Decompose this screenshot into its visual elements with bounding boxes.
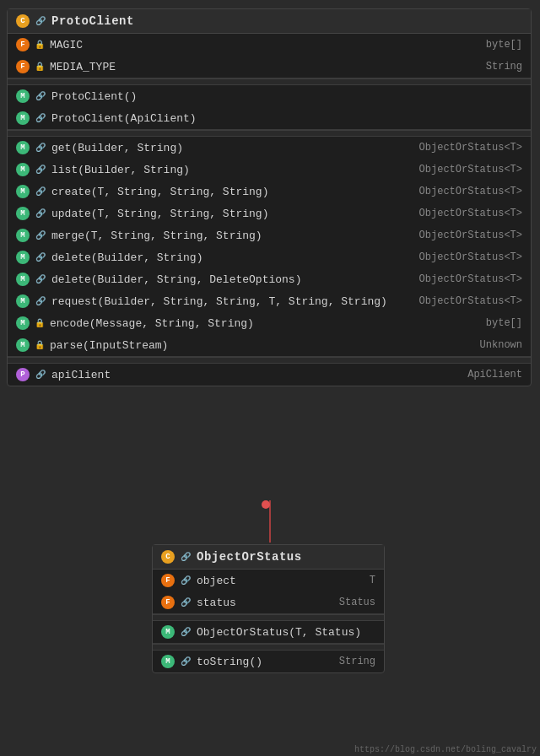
protoclient-card: C 🔗 ProtoClient F 🔒 MAGIC byte[] F 🔒 MED…	[7, 8, 532, 386]
method-parse-badge: M	[16, 338, 30, 352]
objectorstatus-fields-section: F 🔗 object T F 🔗 status Status	[153, 570, 384, 614]
oos-field-object[interactable]: F 🔗 object T	[153, 570, 384, 591]
oos-field-object-badge: F	[161, 574, 175, 587]
protoclient-constructors-section: M 🔗 ProtoClient() M 🔗 ProtoClient(ApiCli…	[8, 85, 531, 130]
method-delete2[interactable]: M 🔗 delete(Builder, String, DeleteOption…	[8, 268, 531, 290]
field-media-type-type: String	[486, 61, 522, 73]
field-media-type-badge: F	[16, 60, 30, 73]
method-update-link: 🔗	[35, 208, 46, 219]
method-get-link: 🔗	[35, 142, 46, 154]
method-delete1-link: 🔗	[35, 251, 46, 263]
method-request-link: 🔗	[35, 295, 46, 307]
method-merge-badge: M	[16, 229, 30, 242]
protoclient-properties-section: P 🔗 apiClient ApiClient	[8, 364, 531, 386]
oos-constructor-link: 🔗	[180, 626, 192, 638]
field-media-type[interactable]: F 🔒 MEDIA_TYPE String	[8, 56, 531, 78]
method-request-type: ObjectOrStatus<T>	[419, 295, 522, 307]
constructor-apiclient-link: 🔗	[35, 112, 46, 124]
method-parse-type: Unknown	[480, 339, 522, 351]
method-delete1-badge: M	[16, 251, 30, 264]
field-magic[interactable]: F 🔒 MAGIC byte[]	[8, 34, 531, 56]
objectorstatus-card: C 🔗 ObjectOrStatus F 🔗 object T F 🔗 stat…	[152, 544, 385, 673]
divider-1	[8, 78, 531, 85]
oos-constructor[interactable]: M 🔗 ObjectOrStatus(T, Status)	[153, 621, 384, 643]
objectorstatus-class-badge: C	[161, 550, 175, 564]
method-list-name: list(Builder, String)	[51, 164, 414, 176]
field-magic-badge: F	[16, 38, 30, 51]
oos-field-status-type: Status	[339, 597, 375, 608]
constructor-no-arg-badge: M	[16, 89, 30, 103]
method-get-badge: M	[16, 141, 30, 154]
method-list[interactable]: M 🔗 list(Builder, String) ObjectOrStatus…	[8, 159, 531, 181]
watermark: https://blog.csdn.net/boling_cavalry	[354, 745, 537, 754]
method-merge[interactable]: M 🔗 merge(T, String, String, String) Obj…	[8, 224, 531, 246]
connection-dot	[262, 500, 270, 509]
oos-constructor-badge: M	[161, 625, 175, 639]
constructor-apiclient[interactable]: M 🔗 ProtoClient(ApiClient)	[8, 107, 531, 129]
protoclient-title: ProtoClient	[51, 14, 134, 28]
method-list-badge: M	[16, 163, 30, 176]
oos-field-status[interactable]: F 🔗 status Status	[153, 591, 384, 613]
constructor-no-arg[interactable]: M 🔗 ProtoClient()	[8, 85, 531, 107]
property-apiclient[interactable]: P 🔗 apiClient ApiClient	[8, 364, 531, 386]
method-request[interactable]: M 🔗 request(Builder, String, String, T, …	[8, 290, 531, 312]
method-get-type: ObjectOrStatus<T>	[419, 142, 522, 154]
method-encode-type: byte[]	[486, 317, 522, 329]
protoclient-header: C 🔗 ProtoClient	[8, 9, 531, 34]
method-delete1-name: delete(Builder, String)	[51, 251, 414, 264]
method-list-type: ObjectOrStatus<T>	[419, 164, 522, 176]
method-request-badge: M	[16, 294, 30, 308]
method-create-link: 🔗	[35, 186, 46, 197]
method-create[interactable]: M 🔗 create(T, String, String, String) Ob…	[8, 181, 531, 202]
method-delete2-badge: M	[16, 273, 30, 286]
oos-method-tostring-badge: M	[161, 655, 175, 668]
oos-method-tostring-type: String	[339, 656, 375, 667]
oos-field-status-name: status	[197, 597, 334, 609]
oos-method-tostring-name: toString()	[197, 656, 334, 668]
field-magic-lock: 🔒	[35, 40, 45, 50]
method-parse-lock: 🔒	[35, 340, 45, 350]
method-encode-badge: M	[16, 316, 30, 330]
method-parse-name: parse(InputStream)	[50, 339, 475, 352]
oos-field-status-badge: F	[161, 596, 175, 609]
property-apiclient-type: ApiClient	[467, 369, 522, 381]
method-encode-name: encode(Message, String, String)	[50, 317, 481, 330]
method-request-name: request(Builder, String, String, T, Stri…	[51, 295, 414, 308]
protoclient-fields-section: F 🔒 MAGIC byte[] F 🔒 MEDIA_TYPE String	[8, 34, 531, 78]
divider-3	[8, 357, 531, 364]
property-apiclient-name: apiClient	[51, 369, 462, 381]
constructor-no-arg-link: 🔗	[35, 90, 46, 102]
method-update[interactable]: M 🔗 update(T, String, String, String) Ob…	[8, 202, 531, 224]
method-encode[interactable]: M 🔒 encode(Message, String, String) byte…	[8, 312, 531, 334]
property-apiclient-badge: P	[16, 368, 30, 381]
method-create-badge: M	[16, 185, 30, 198]
oos-field-status-link: 🔗	[180, 597, 192, 608]
method-update-name: update(T, String, String, String)	[51, 208, 414, 220]
method-get[interactable]: M 🔗 get(Builder, String) ObjectOrStatus<…	[8, 137, 531, 159]
method-create-type: ObjectOrStatus<T>	[419, 186, 522, 197]
constructor-apiclient-name: ProtoClient(ApiClient)	[51, 112, 522, 125]
field-media-type-lock: 🔒	[35, 62, 45, 72]
oos-method-tostring[interactable]: M 🔗 toString() String	[153, 651, 384, 672]
field-media-type-name: MEDIA_TYPE	[50, 61, 481, 73]
diagram-container: C 🔗 ProtoClient F 🔒 MAGIC byte[] F 🔒 MED…	[0, 0, 540, 756]
property-apiclient-link: 🔗	[35, 369, 46, 381]
oos-constructor-name: ObjectOrStatus(T, Status)	[197, 626, 375, 639]
objectorstatus-header: C 🔗 ObjectOrStatus	[153, 545, 384, 570]
divider-2	[8, 130, 531, 137]
field-magic-type: byte[]	[486, 39, 522, 51]
method-update-badge: M	[16, 207, 30, 220]
method-delete2-name: delete(Builder, String, DeleteOptions)	[51, 273, 414, 286]
method-merge-name: merge(T, String, String, String)	[51, 230, 414, 242]
method-update-type: ObjectOrStatus<T>	[419, 208, 522, 219]
objectorstatus-constructors-section: M 🔗 ObjectOrStatus(T, Status)	[153, 621, 384, 644]
method-encode-lock: 🔒	[35, 318, 45, 328]
constructor-no-arg-name: ProtoClient()	[51, 90, 522, 103]
method-delete1[interactable]: M 🔗 delete(Builder, String) ObjectOrStat…	[8, 246, 531, 268]
method-parse[interactable]: M 🔒 parse(InputStream) Unknown	[8, 334, 531, 356]
method-delete2-link: 🔗	[35, 273, 46, 285]
protoclient-methods-section: M 🔗 get(Builder, String) ObjectOrStatus<…	[8, 137, 531, 357]
method-delete2-type: ObjectOrStatus<T>	[419, 273, 522, 285]
oos-field-object-type: T	[370, 575, 375, 586]
oos-method-tostring-link: 🔗	[180, 656, 192, 667]
